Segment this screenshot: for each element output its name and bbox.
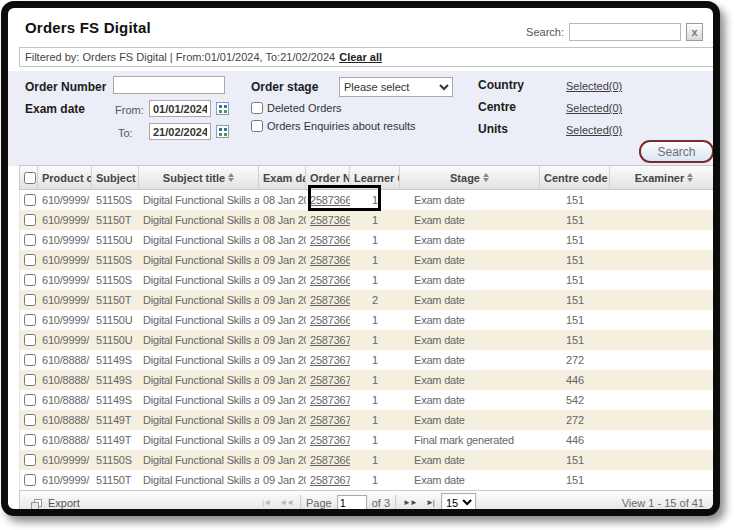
table-row: 610/9999/51150UDigital Functional Skills… (20, 310, 716, 330)
product-code-cell: 610/8888/ (38, 430, 92, 450)
column-header-label: Centre code (544, 172, 608, 184)
order-number-link[interactable]: 2587367 (310, 414, 350, 426)
exam-date-cell: 09 Jan 2024 (259, 470, 306, 490)
order-number-link[interactable]: 2587366 (310, 234, 350, 246)
first-page-icon[interactable]: |◄ (260, 498, 272, 507)
orders-enquiries-checkbox[interactable] (251, 120, 263, 132)
order-number-link[interactable]: 2587367 (310, 474, 350, 486)
row-checkbox[interactable] (24, 354, 36, 366)
order-number-link[interactable]: 2587367 (310, 334, 350, 346)
row-checkbox[interactable] (24, 454, 36, 466)
order-number-link[interactable]: 2587367 (310, 374, 350, 386)
centre-selected-link[interactable]: Selected(0) (566, 102, 622, 114)
order-number-link[interactable]: 2587367 (310, 394, 350, 406)
search-button[interactable]: Search (639, 140, 714, 163)
clear-search-icon[interactable]: x (686, 23, 703, 41)
clear-all-link[interactable]: Clear all (339, 51, 382, 63)
row-checkbox[interactable] (24, 254, 36, 266)
learner-count-cell: 1 (350, 450, 400, 470)
row-checkbox[interactable] (24, 374, 36, 386)
row-checkbox[interactable] (24, 314, 36, 326)
subject-title-cell: Digital Functional Skills at (139, 190, 259, 210)
product-code-cell: 610/9999/ (38, 330, 92, 350)
learner-count-cell: 1 (350, 230, 400, 250)
page-size-select[interactable]: 15 (441, 493, 476, 512)
column-header-stage[interactable]: Stage (400, 166, 540, 189)
last-page-icon[interactable]: ►| (424, 498, 436, 507)
centre-code-cell: 542 (540, 390, 610, 410)
examiner-cell (610, 350, 718, 370)
orders-enquiries-label: Orders Enquiries about results (267, 120, 416, 132)
order-number-link[interactable]: 2587367 (310, 354, 350, 366)
exam-date-cell: 09 Jan 2024 (259, 270, 306, 290)
deleted-orders-label: Deleted Orders (267, 102, 342, 114)
order-number-cell: 2587366 (306, 230, 350, 250)
order-number-link[interactable]: 2587366 (310, 214, 350, 226)
subject-title-cell: Digital Functional Skills at (139, 350, 259, 370)
stage-cell: Exam date (400, 230, 540, 250)
order-number-link[interactable]: 2587366 (310, 454, 350, 466)
centre-code-cell: 151 (540, 270, 610, 290)
row-checkbox[interactable] (24, 234, 36, 246)
table-row: 610/9999/51150SDigital Functional Skills… (20, 450, 716, 470)
exam-date-cell: 09 Jan 2024 (259, 330, 306, 350)
to-date-input[interactable] (149, 123, 211, 140)
order-number-link[interactable]: 2587366 (310, 294, 350, 306)
order-number-input[interactable] (113, 76, 225, 94)
column-header-label: Product code (42, 172, 92, 184)
calendar-icon[interactable] (216, 102, 229, 115)
deleted-orders-checkbox[interactable] (251, 102, 263, 114)
learner-count-cell: 1 (350, 310, 400, 330)
row-select-cell (20, 470, 38, 490)
column-header-centre-code[interactable]: Centre code (540, 166, 610, 189)
units-selected-link[interactable]: Selected(0) (566, 124, 622, 136)
column-header-examiner[interactable]: Examiner (610, 166, 718, 189)
centre-code-cell: 446 (540, 370, 610, 390)
order-number-link[interactable]: 2587367 (310, 434, 350, 446)
row-checkbox[interactable] (24, 434, 36, 446)
learner-count-cell: 1 (350, 350, 400, 370)
order-stage-select[interactable]: Please select (339, 77, 453, 97)
centre-label: Centre (478, 100, 516, 114)
stage-cell: Exam date (400, 470, 540, 490)
calendar-icon[interactable] (216, 125, 229, 138)
order-number-link[interactable]: 2587366 (310, 274, 350, 286)
orders-enquiries-checkbox-row: Orders Enquiries about results (251, 120, 416, 132)
subject-code-cell: 51150S (92, 250, 139, 270)
exam-date-cell: 09 Jan 2024 (259, 310, 306, 330)
product-code-cell: 610/9999/ (38, 190, 92, 210)
row-checkbox[interactable] (24, 194, 36, 206)
row-checkbox[interactable] (24, 474, 36, 486)
country-selected-link[interactable]: Selected(0) (566, 80, 622, 92)
column-header-exam-date[interactable]: Exam date (259, 166, 306, 189)
prev-page-icon[interactable]: ◄◄ (277, 498, 295, 507)
select-all-checkbox[interactable] (24, 172, 36, 184)
row-checkbox[interactable] (24, 334, 36, 346)
stage-cell: Exam date (400, 310, 540, 330)
from-date-input[interactable] (149, 100, 211, 117)
exam-date-cell: 08 Jan 2024 (259, 210, 306, 230)
subject-title-cell: Digital Functional Skills at (139, 330, 259, 350)
order-number-cell: 2587367 (306, 430, 350, 450)
row-checkbox[interactable] (24, 294, 36, 306)
subject-code-cell: 51150U (92, 330, 139, 350)
order-number-link[interactable]: 2587366 (310, 254, 350, 266)
column-header-product-code[interactable]: Product code (38, 166, 92, 189)
order-number-cell: 2587366 (306, 290, 350, 310)
column-header-label: Subject code (96, 172, 139, 184)
subject-title-cell: Digital Functional Skills at (139, 250, 259, 270)
page-number-input[interactable] (337, 495, 367, 511)
order-number-link[interactable]: 2587366 (310, 314, 350, 326)
export-button[interactable]: Export (34, 497, 80, 509)
row-select-cell (20, 430, 38, 450)
row-checkbox[interactable] (24, 414, 36, 426)
centre-code-cell: 272 (540, 410, 610, 430)
next-page-icon[interactable]: ►► (401, 498, 419, 507)
view-range-text: View 1 - 15 of 41 (622, 497, 704, 509)
row-checkbox[interactable] (24, 274, 36, 286)
column-header-subject-code[interactable]: Subject code (92, 166, 139, 189)
top-search-input[interactable] (569, 23, 681, 41)
column-header-subject-title[interactable]: Subject title (139, 166, 259, 189)
row-checkbox[interactable] (24, 214, 36, 226)
row-checkbox[interactable] (24, 394, 36, 406)
